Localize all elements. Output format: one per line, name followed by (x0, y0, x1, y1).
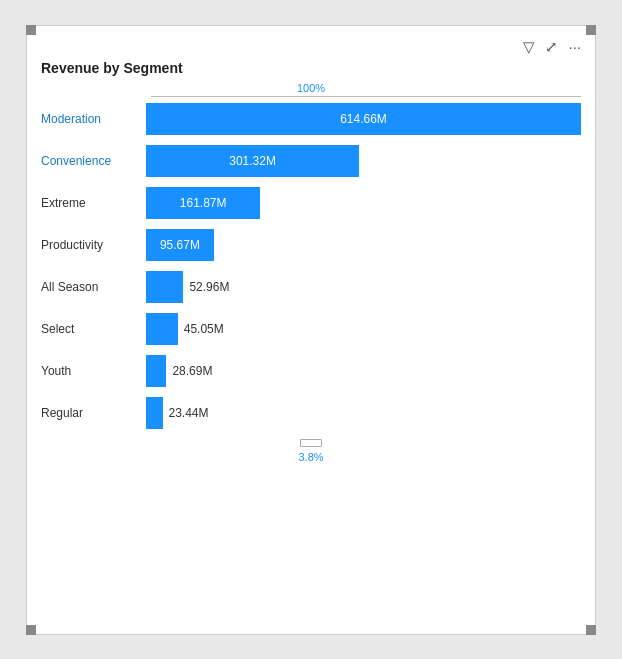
bar-value-outside: 45.05M (184, 322, 224, 336)
bar-row: Youth28.69M (41, 355, 581, 387)
corner-br (586, 625, 596, 635)
chart-container: ▽ ⤢ ··· Revenue by Segment 100% Moderati… (26, 25, 596, 635)
bar-value-outside: 28.69M (172, 364, 212, 378)
bottom-section: 3.8% (41, 439, 581, 463)
bar-label: Youth (41, 364, 146, 378)
corner-tl (26, 25, 36, 35)
bar[interactable]: 52.96M (146, 271, 183, 303)
bar-wrap: 161.87M (146, 187, 581, 219)
bar-label: Regular (41, 406, 146, 420)
bar-wrap: 45.05M (146, 313, 581, 345)
corner-bl (26, 625, 36, 635)
chart-area: 100% Moderation614.66MConvenience301.32M… (41, 82, 581, 463)
bar-wrap: 95.67M (146, 229, 581, 261)
bar-wrap: 52.96M (146, 271, 581, 303)
bar-row: Select45.05M (41, 313, 581, 345)
more-icon[interactable]: ··· (568, 38, 581, 55)
bar[interactable]: 161.87M (146, 187, 260, 219)
scale-line-row (41, 96, 581, 97)
bar-value-outside: 52.96M (189, 280, 229, 294)
bar-label: Convenience (41, 154, 146, 168)
bar-value: 161.87M (174, 196, 233, 210)
corner-tr (586, 25, 596, 35)
toolbar: ▽ ⤢ ··· (41, 38, 581, 56)
scale-line (151, 96, 581, 97)
bar-value: 95.67M (154, 238, 206, 252)
bar[interactable]: 301.32M (146, 145, 359, 177)
bar[interactable]: 614.66M (146, 103, 581, 135)
bar-wrap: 23.44M (146, 397, 581, 429)
bar-row: Productivity95.67M (41, 229, 581, 261)
bar-row: Extreme161.87M (41, 187, 581, 219)
scale-top-label: 100% (41, 82, 581, 94)
bar[interactable]: 23.44M (146, 397, 163, 429)
scale-bottom-label: 3.8% (298, 451, 323, 463)
bar-row: Convenience301.32M (41, 145, 581, 177)
bar-value-outside: 23.44M (169, 406, 209, 420)
chart-title: Revenue by Segment (41, 60, 581, 76)
bar[interactable]: 28.69M (146, 355, 166, 387)
bars-container: Moderation614.66MConvenience301.32MExtre… (41, 103, 581, 429)
bar-label: All Season (41, 280, 146, 294)
bar-label: Select (41, 322, 146, 336)
bar-wrap: 28.69M (146, 355, 581, 387)
expand-icon[interactable]: ⤢ (545, 38, 558, 56)
scroll-handle[interactable] (300, 439, 322, 447)
filter-icon[interactable]: ▽ (523, 38, 535, 56)
bar[interactable]: 45.05M (146, 313, 178, 345)
bar-wrap: 301.32M (146, 145, 581, 177)
bar-row: Moderation614.66M (41, 103, 581, 135)
bar-label: Extreme (41, 196, 146, 210)
bar-value: 301.32M (223, 154, 282, 168)
bar-wrap: 614.66M (146, 103, 581, 135)
bar[interactable]: 95.67M (146, 229, 214, 261)
bar-row: Regular23.44M (41, 397, 581, 429)
bar-value: 614.66M (334, 112, 393, 126)
bar-label: Productivity (41, 238, 146, 252)
bar-label: Moderation (41, 112, 146, 126)
bar-row: All Season52.96M (41, 271, 581, 303)
